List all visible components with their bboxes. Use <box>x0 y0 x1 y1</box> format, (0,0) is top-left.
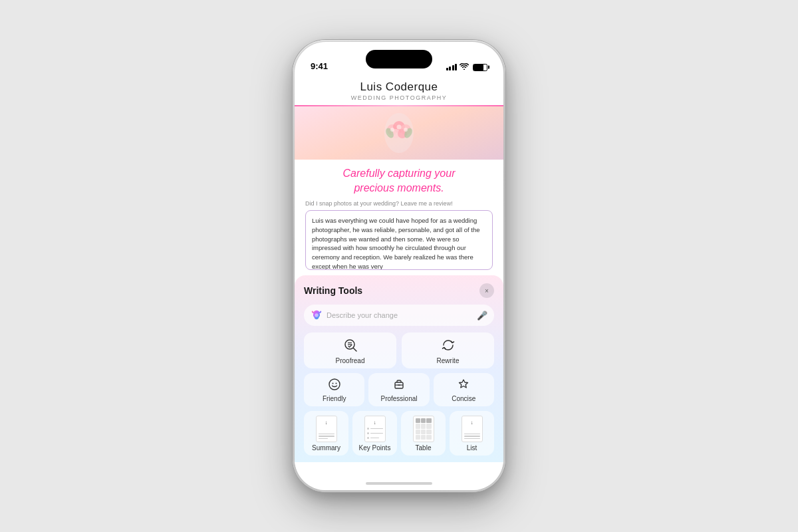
table-label: Table <box>416 444 432 452</box>
svg-point-8 <box>390 128 394 132</box>
rewrite-icon <box>441 338 456 354</box>
mic-icon[interactable]: 🎤 <box>477 311 487 321</box>
tagline-section: Carefully capturing yourprecious moments… <box>295 160 503 199</box>
concise-icon <box>457 378 470 393</box>
dynamic-island <box>366 50 432 68</box>
svg-point-11 <box>315 313 318 317</box>
phone-screen: 9:41 <box>295 42 503 490</box>
hero-image <box>295 106 503 160</box>
list-label: List <box>467 444 477 452</box>
key-points-doc-icon: ↓ <box>364 416 386 442</box>
key-points-label: Key Points <box>359 444 391 452</box>
friendly-button[interactable]: Friendly <box>304 373 364 406</box>
concise-button[interactable]: Concise <box>434 373 494 406</box>
describe-bar[interactable]: Describe your change 🎤 <box>304 305 494 326</box>
rewrite-label: Rewrite <box>437 357 460 364</box>
describe-placeholder: Describe your change <box>327 311 473 319</box>
close-button[interactable]: × <box>479 283 494 298</box>
summary-label: Summary <box>312 444 340 452</box>
writing-tools-title: Writing Tools <box>304 285 362 296</box>
ai-icon <box>311 309 323 321</box>
svg-point-9 <box>397 125 402 130</box>
professional-button[interactable]: Professional <box>368 373 429 406</box>
summary-doc-icon: ↓ <box>316 416 337 442</box>
list-doc-icon: ↓ <box>462 416 483 442</box>
review-text: Luis was everything we could have hoped … <box>312 217 479 270</box>
svg-line-13 <box>353 348 356 352</box>
list-button[interactable]: ↓ List <box>450 411 494 456</box>
friendly-label: Friendly <box>323 395 346 402</box>
phone-frame: 9:41 <box>293 40 505 492</box>
proofread-icon <box>343 338 358 354</box>
review-textarea[interactable]: Luis was everything we could have hoped … <box>305 210 493 270</box>
table-doc-icon <box>413 416 434 442</box>
svg-point-10 <box>404 128 408 132</box>
table-button[interactable]: Table <box>401 411 446 456</box>
tools-row-3: ↓ Summary ↓ <box>304 411 494 456</box>
website-content: Luis Coderque Wedding Photography <box>295 75 503 490</box>
friendly-icon <box>328 378 341 393</box>
writing-tools-header: Writing Tools × <box>304 283 494 298</box>
review-prompt: Did I snap photos at your wedding? Leave… <box>295 199 503 210</box>
summary-button[interactable]: ↓ Summary <box>304 411 348 456</box>
svg-point-17 <box>332 383 333 384</box>
svg-point-18 <box>335 383 336 384</box>
wifi-icon <box>460 63 469 71</box>
status-time: 9:41 <box>311 61 328 71</box>
proofread-label: Proofread <box>336 357 365 364</box>
professional-icon <box>392 378 406 393</box>
tagline-text: Carefully capturing yourprecious moments… <box>315 166 483 195</box>
site-header: Luis Coderque Wedding Photography <box>295 75 503 105</box>
bouquet-illustration <box>366 110 432 156</box>
svg-point-16 <box>329 379 340 390</box>
battery-icon <box>473 64 487 71</box>
status-icons <box>446 63 488 71</box>
key-points-button[interactable]: ↓ <box>352 411 397 456</box>
signal-icon <box>446 64 458 70</box>
tools-row-1: Proofread Rewrite <box>304 332 494 368</box>
tools-row-2: Friendly Professional <box>304 373 494 406</box>
professional-label: Professional <box>380 395 417 402</box>
rewrite-button[interactable]: Rewrite <box>402 332 494 368</box>
proofread-button[interactable]: Proofread <box>304 332 396 368</box>
concise-label: Concise <box>452 395 475 402</box>
writing-tools-panel: Writing Tools × <box>295 275 503 462</box>
home-indicator <box>366 482 432 485</box>
close-icon: × <box>485 287 489 295</box>
site-title: Luis Coderque <box>305 80 493 94</box>
site-subtitle: Wedding Photography <box>305 94 493 101</box>
